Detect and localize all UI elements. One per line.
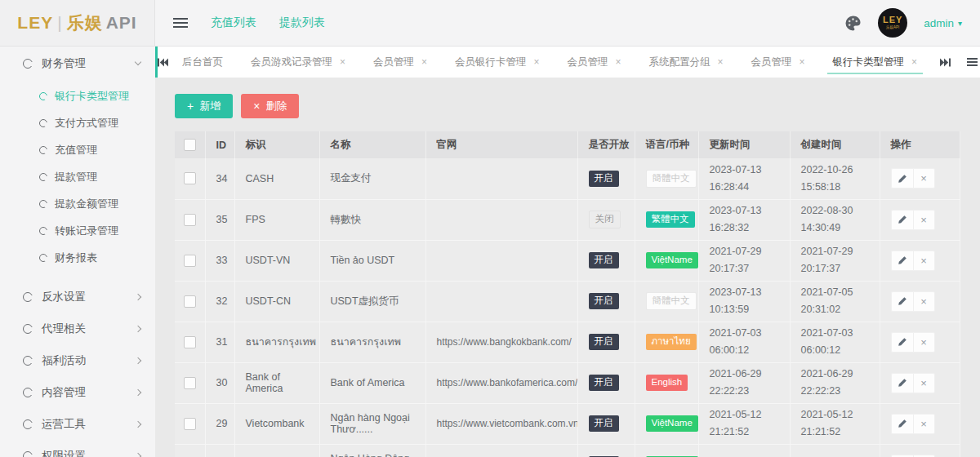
status-badge-open: 开启 (589, 252, 619, 268)
edit-row-button[interactable] (891, 455, 913, 457)
delete-button[interactable]: × 删除 (241, 94, 299, 118)
sidebar-subitem-label: 提款金额管理 (55, 197, 118, 211)
x-icon: × (920, 296, 927, 307)
topbar-main: 充值列表提款列表 LEY 乐娱API admin ▾ (155, 0, 980, 46)
tab-close-icon[interactable]: × (534, 57, 540, 67)
tab-close-icon[interactable]: × (911, 57, 917, 67)
tab[interactable]: 会员银行卡管理 × (441, 47, 554, 78)
edit-row-button[interactable] (891, 332, 913, 353)
row-checkbox[interactable] (184, 214, 196, 226)
sidebar-subitem[interactable]: 财务报表 (0, 244, 155, 271)
language-badge: English (646, 375, 688, 391)
cell-site (425, 240, 577, 281)
operation-buttons: × (891, 168, 935, 189)
tab[interactable]: 银行卡类型管理 × (819, 47, 932, 78)
cell-updated-time: 2021-07-2920:17:37 (698, 240, 790, 281)
row-checkbox[interactable] (184, 336, 196, 348)
row-checkbox[interactable] (184, 172, 196, 184)
sidebar-submenu: 银行卡类型管理 支付方式管理 充值管理 提款管理 提款金额管理 转账记录管理 财… (0, 79, 155, 281)
tabs-scroll-right-icon[interactable] (931, 58, 959, 67)
chevron-right-icon (135, 325, 141, 331)
sidebar-item[interactable]: 福利活动 (0, 344, 155, 376)
top-nav-link[interactable]: 提款列表 (279, 16, 325, 30)
cell-language: 簡體中文 (635, 158, 698, 199)
sidebar-item-label: 代理相关 (42, 322, 86, 336)
sidebar-subitem[interactable]: 银行卡类型管理 (0, 82, 155, 109)
sidebar-item[interactable]: 财务管理 (0, 47, 155, 79)
tab[interactable]: 后台首页 (168, 47, 237, 78)
tab[interactable]: 系统配置分组 × (635, 47, 737, 78)
top-nav-link[interactable]: 充值列表 (211, 16, 256, 30)
delete-row-button[interactable]: × (913, 210, 935, 230)
edit-row-button[interactable] (891, 291, 913, 312)
cell-updated-time: 2021-07-0306:00:12 (698, 322, 790, 362)
cell-name: Bank of America (319, 362, 425, 403)
edit-row-button[interactable] (891, 373, 913, 393)
sidebar-item[interactable]: 运营工具 (0, 408, 155, 440)
delete-row-button[interactable]: × (913, 332, 935, 353)
delete-row-button[interactable]: × (913, 455, 935, 457)
tab[interactable]: 会员管理 × (554, 47, 635, 78)
pencil-icon (898, 378, 907, 388)
tab[interactable]: 会员管理 × (737, 47, 819, 78)
user-avatar[interactable]: LEY 乐娱API (878, 8, 907, 38)
tab-close-icon[interactable]: × (616, 57, 621, 67)
sidebar-subitem-label: 提款管理 (55, 170, 97, 184)
row-checkbox[interactable] (184, 377, 196, 389)
chevron-down-icon: ▾ (958, 19, 962, 28)
sidebar-item[interactable]: 内容管理 (0, 376, 155, 408)
plus-icon: + (187, 100, 194, 112)
column-header: ID (205, 131, 234, 158)
edit-row-button[interactable] (891, 168, 913, 189)
tabs-scroll-left-icon[interactable] (158, 47, 168, 78)
delete-row-button[interactable]: × (913, 414, 935, 434)
tabs-options-menu[interactable]: ▾ (962, 58, 980, 67)
tab-close-icon[interactable]: × (800, 57, 805, 67)
tab-close-icon[interactable]: × (718, 57, 724, 67)
edit-row-button[interactable] (891, 210, 913, 230)
add-button[interactable]: + 新增 (175, 94, 233, 118)
tab-close-icon[interactable]: × (340, 57, 345, 67)
sidebar-subitem[interactable]: 提款金额管理 (0, 190, 155, 217)
sidebar-subitem[interactable]: 提款管理 (0, 163, 155, 190)
language-badge: 簡體中文 (646, 170, 697, 188)
theme-palette-icon[interactable] (844, 15, 862, 32)
ring-icon (39, 200, 47, 208)
ring-icon (23, 356, 33, 366)
delete-row-button[interactable]: × (913, 251, 935, 271)
sidebar-subitem[interactable]: 支付方式管理 (0, 109, 155, 136)
ring-icon (39, 173, 47, 181)
cell-updated-time: 2021-05-12 (698, 444, 790, 457)
column-header: 官网 (425, 131, 577, 158)
tab[interactable]: 会员游戏记录管理 × (237, 47, 359, 78)
row-checkbox[interactable] (184, 255, 196, 267)
header-checkbox-cell (175, 131, 205, 158)
row-checkbox[interactable] (184, 418, 196, 430)
delete-row-button[interactable]: × (913, 168, 935, 189)
cell-code: SeABank (234, 444, 319, 457)
cell-language: ViệtName (635, 240, 698, 281)
ring-icon (39, 227, 47, 235)
delete-row-button[interactable]: × (913, 291, 935, 312)
ring-icon (23, 388, 33, 397)
sidebar-item[interactable]: 反水设置 (0, 281, 155, 313)
row-checkbox-cell (175, 444, 205, 457)
sidebar-item[interactable]: 权限设置 (0, 440, 155, 457)
tab-close-icon[interactable]: × (421, 57, 427, 67)
sidebar-subitem[interactable]: 充值管理 (0, 136, 155, 163)
edit-row-button[interactable] (891, 414, 913, 434)
sidebar-subitem[interactable]: 转账记录管理 (0, 217, 155, 244)
cell-site: https://www.seabank.com.vn/ (425, 444, 577, 457)
sidebar-item[interactable]: 代理相关 (0, 313, 155, 344)
sidebar-collapse-icon[interactable] (173, 18, 188, 28)
edit-row-button[interactable] (891, 251, 913, 271)
admin-menu[interactable]: admin ▾ (924, 17, 962, 29)
ring-icon (23, 292, 33, 302)
ring-icon (23, 419, 33, 429)
select-all-checkbox[interactable] (184, 139, 196, 151)
row-checkbox[interactable] (184, 295, 196, 308)
operation-buttons: × (891, 414, 935, 434)
status-badge-open: 开启 (589, 334, 619, 350)
delete-row-button[interactable]: × (913, 373, 935, 393)
tab[interactable]: 会员管理 × (359, 47, 441, 78)
